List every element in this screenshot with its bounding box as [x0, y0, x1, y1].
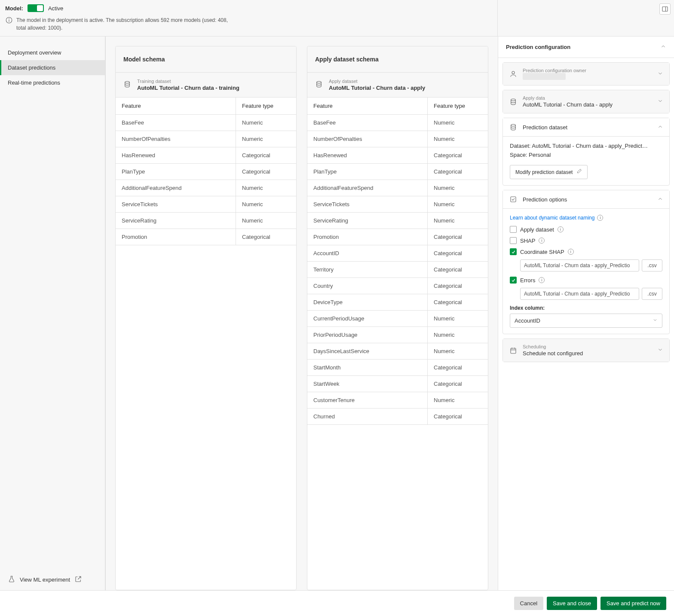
model-active-text: Active: [48, 5, 63, 12]
feature-cell: AdditionalFeatureSpend: [116, 180, 236, 196]
sidebar-item-deployment-overview[interactable]: Deployment overview: [0, 45, 105, 60]
chevron-up-icon[interactable]: [660, 43, 666, 51]
table-row: PlanTypeCategorical: [116, 164, 296, 180]
table-row: NumberOfPenaltiesNumeric: [116, 131, 296, 147]
table-row: NumberOfPenaltiesNumeric: [307, 131, 488, 147]
save-and-predict-button[interactable]: Save and predict now: [600, 597, 666, 610]
dataset-value: AutoML Tutorial - Churn data - apply_Pre…: [532, 143, 648, 149]
feature-cell: ServiceRating: [307, 213, 428, 229]
type-cell: Numeric: [428, 213, 488, 229]
apply-data-value: AutoML Tutorial - Churn data - apply: [523, 101, 652, 108]
apply-schema-panel: Apply dataset schema Apply dataset AutoM…: [307, 46, 488, 590]
scheduling-label: Scheduling: [523, 344, 652, 349]
type-cell: Categorical: [428, 376, 488, 392]
scheduling-value: Schedule not configured: [523, 350, 652, 357]
sidebar-item-real-time-predictions[interactable]: Real-time predictions: [0, 75, 105, 90]
apply-data-label: Apply data: [523, 95, 652, 101]
model-status-row: Model: Active: [5, 4, 492, 12]
feature-cell: Promotion: [307, 229, 428, 245]
feature-cell: ServiceTickets: [307, 196, 428, 212]
table-row: HasRenewedCategorical: [116, 147, 296, 164]
save-and-close-button[interactable]: Save and close: [547, 597, 597, 610]
modify-prediction-dataset-button[interactable]: Modify prediction dataset: [510, 165, 588, 179]
apply-data-section-header[interactable]: Apply data AutoML Tutorial - Churn data …: [503, 90, 669, 113]
type-cell: Categorical: [428, 360, 488, 375]
info-icon: i: [568, 249, 574, 255]
coord-shap-checkbox[interactable]: [510, 248, 517, 255]
sidebar-item-dataset-predictions[interactable]: Dataset predictions: [0, 60, 105, 75]
table-row: AccountIDCategorical: [307, 245, 488, 262]
model-schema-title: Model schema: [116, 46, 296, 73]
col-header-type: Feature type: [236, 98, 296, 114]
type-cell: Categorical: [428, 147, 488, 163]
type-cell: Categorical: [428, 294, 488, 310]
model-active-toggle[interactable]: [28, 4, 44, 12]
errors-checkbox[interactable]: [510, 277, 517, 284]
edit-icon: [576, 168, 582, 176]
info-icon: [5, 16, 13, 25]
type-cell: Numeric: [236, 131, 296, 147]
feature-cell: CurrentPeriodUsage: [307, 311, 428, 326]
chevron-up-icon: [657, 196, 663, 203]
feature-cell: DeviceType: [307, 294, 428, 310]
svg-rect-10: [511, 197, 516, 202]
prediction-options-header[interactable]: Prediction options: [503, 190, 669, 208]
learn-dynamic-naming-link[interactable]: Learn about dynamic dataset naming i: [510, 215, 662, 221]
scheduling-section-header[interactable]: Scheduling Schedule not configured: [503, 339, 669, 362]
apply-dataset-name: AutoML Tutorial - Churn data - apply: [329, 85, 425, 91]
index-column-value: AccountID: [515, 317, 540, 324]
feature-cell: PriorPeriodUsage: [307, 327, 428, 343]
apply-dataset-checkbox[interactable]: [510, 226, 517, 233]
prediction-dataset-header[interactable]: Prediction dataset: [503, 118, 669, 136]
col-header-type: Feature type: [428, 98, 488, 114]
feature-cell: HasRenewed: [116, 147, 236, 163]
prediction-options-title: Prediction options: [523, 196, 652, 203]
training-dataset-label: Training dataset: [137, 79, 239, 84]
shap-checkbox[interactable]: [510, 237, 517, 244]
panel-toggle-button[interactable]: [659, 3, 671, 15]
svg-point-5: [125, 81, 130, 83]
chevron-down-icon: [657, 347, 663, 354]
cancel-button[interactable]: Cancel: [514, 597, 543, 610]
index-column-select[interactable]: AccountID: [510, 314, 662, 328]
feature-cell: NumberOfPenalties: [307, 131, 428, 147]
options-icon: [509, 195, 518, 203]
feature-cell: AdditionalFeatureSpend: [307, 180, 428, 196]
prediction-config-panel: Prediction configuration Prediction conf…: [498, 37, 674, 590]
type-cell: Categorical: [236, 164, 296, 180]
coord-shap-input[interactable]: AutoML Tutorial - Churn data - apply_Pre…: [520, 259, 639, 271]
table-row: ServiceRatingNumeric: [307, 213, 488, 229]
chevron-down-icon: [657, 70, 663, 78]
type-cell: Numeric: [428, 131, 488, 147]
chevron-up-icon: [657, 124, 663, 131]
database-icon: [123, 80, 131, 89]
type-cell: Numeric: [428, 343, 488, 359]
training-dataset-name: AutoML Tutorial - Churn data - training: [137, 85, 239, 91]
type-cell: Categorical: [236, 229, 296, 245]
apply-dataset-opt-label: Apply dataset: [520, 226, 554, 233]
view-ml-experiment-label: View ML experiment: [20, 576, 70, 583]
view-ml-experiment-link[interactable]: View ML experiment: [0, 569, 105, 590]
type-cell: Numeric: [236, 115, 296, 131]
index-col-label: Index column:: [510, 305, 662, 311]
coord-shap-opt-label: Coordinate SHAP: [520, 249, 564, 255]
table-row: DaysSinceLastServiceNumeric: [307, 343, 488, 360]
feature-cell: DaysSinceLastService: [307, 343, 428, 359]
modify-btn-label: Modify prediction dataset: [515, 169, 573, 175]
prediction-dataset-title: Prediction dataset: [523, 124, 652, 131]
type-cell: Categorical: [428, 245, 488, 261]
errors-input[interactable]: AutoML Tutorial - Churn data - apply_Pre…: [520, 288, 639, 300]
errors-opt-label: Errors: [520, 277, 535, 284]
table-row: AdditionalFeatureSpendNumeric: [116, 180, 296, 196]
owner-section-header[interactable]: Prediction configuration owner: [503, 63, 669, 85]
type-cell: Categorical: [428, 278, 488, 294]
table-row: ServiceTicketsNumeric: [307, 196, 488, 213]
feature-cell: Promotion: [116, 229, 236, 245]
table-row: CurrentPeriodUsageNumeric: [307, 311, 488, 327]
feature-cell: Country: [307, 278, 428, 294]
feature-cell: StartMonth: [307, 360, 428, 375]
svg-point-6: [317, 81, 322, 83]
col-header-feature: Feature: [307, 98, 428, 114]
type-cell: Numeric: [236, 196, 296, 212]
feature-cell: Territory: [307, 262, 428, 278]
